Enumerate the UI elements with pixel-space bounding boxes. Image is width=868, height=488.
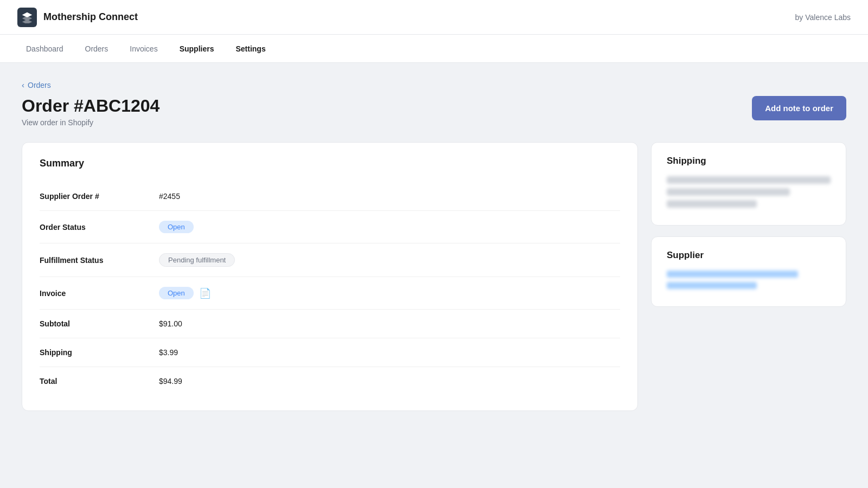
summary-row-invoice: Invoice Open 📄 [40, 277, 620, 310]
page-content: ‹ Orders Order #ABC1204 View order in Sh… [0, 63, 868, 428]
app-title: Mothership Connect [43, 11, 138, 23]
summary-row-total: Total $94.99 [40, 367, 620, 395]
summary-value-supplier-order: #2455 [159, 192, 180, 201]
summary-row-supplier-order: Supplier Order # #2455 [40, 182, 620, 211]
nav-invoices[interactable]: Invoices [121, 40, 166, 57]
invoice-document-icon[interactable]: 📄 [199, 287, 211, 299]
nav-dashboard[interactable]: Dashboard [17, 40, 72, 57]
back-chevron-icon: ‹ [22, 80, 24, 89]
main-layout: Summary Supplier Order # #2455 Order Sta… [22, 142, 846, 411]
breadcrumb-back-link[interactable]: Orders [28, 81, 51, 89]
summary-row-shipping-cost: Shipping $3.99 [40, 338, 620, 367]
supplier-card-title: Supplier [667, 250, 831, 261]
shipping-line-3 [667, 200, 757, 208]
right-panel: Shipping Supplier [651, 142, 846, 307]
supplier-line-1 [667, 271, 798, 278]
summary-label-order-status: Order Status [40, 223, 159, 232]
supplier-info-blurred [667, 271, 831, 289]
header-left: Mothership Connect [17, 8, 138, 27]
page-header: Order #ABC1204 View order in Shopify Add… [22, 96, 846, 127]
summary-value-invoice: Open 📄 [159, 287, 211, 299]
page-title: Order #ABC1204 [22, 96, 159, 116]
summary-value-total: $94.99 [159, 377, 182, 386]
shipping-card: Shipping [651, 142, 846, 226]
summary-card: Summary Supplier Order # #2455 Order Sta… [22, 142, 638, 411]
page-header-left: Order #ABC1204 View order in Shopify [22, 96, 159, 127]
invoice-status-badge: Open [159, 287, 194, 299]
order-status-badge: Open [159, 221, 194, 233]
nav-settings[interactable]: Settings [227, 40, 274, 57]
summary-label-invoice: Invoice [40, 289, 159, 298]
shipping-address-blurred [667, 176, 831, 208]
app-header: Mothership Connect by Valence Labs [0, 0, 868, 35]
breadcrumb: ‹ Orders [22, 80, 846, 89]
summary-value-fulfillment: Pending fulfillment [159, 253, 235, 267]
app-logo-icon [17, 8, 37, 27]
shipping-card-title: Shipping [667, 156, 831, 166]
by-label: by Valence Labs [795, 13, 851, 22]
summary-value-subtotal: $91.00 [159, 319, 182, 328]
summary-value-order-status: Open [159, 221, 194, 233]
supplier-card: Supplier [651, 236, 846, 307]
supplier-line-2 [667, 282, 757, 289]
shipping-line-1 [667, 176, 831, 184]
summary-label-fulfillment: Fulfillment Status [40, 256, 159, 265]
main-nav: Dashboard Orders Invoices Suppliers Sett… [0, 35, 868, 63]
summary-title: Summary [40, 158, 620, 169]
shipping-line-2 [667, 188, 790, 196]
shopify-link[interactable]: View order in Shopify [22, 118, 159, 127]
summary-label-supplier-order: Supplier Order # [40, 192, 159, 201]
nav-suppliers[interactable]: Suppliers [171, 40, 223, 57]
summary-label-total: Total [40, 377, 159, 386]
summary-row-subtotal: Subtotal $91.00 [40, 310, 620, 338]
summary-row-fulfillment: Fulfillment Status Pending fulfillment [40, 243, 620, 277]
add-note-button[interactable]: Add note to order [752, 96, 846, 120]
summary-row-order-status: Order Status Open [40, 211, 620, 243]
nav-orders[interactable]: Orders [76, 40, 117, 57]
summary-label-subtotal: Subtotal [40, 319, 159, 328]
fulfillment-status-badge: Pending fulfillment [159, 253, 235, 267]
summary-value-shipping-cost: $3.99 [159, 348, 178, 357]
summary-label-shipping-cost: Shipping [40, 348, 159, 357]
